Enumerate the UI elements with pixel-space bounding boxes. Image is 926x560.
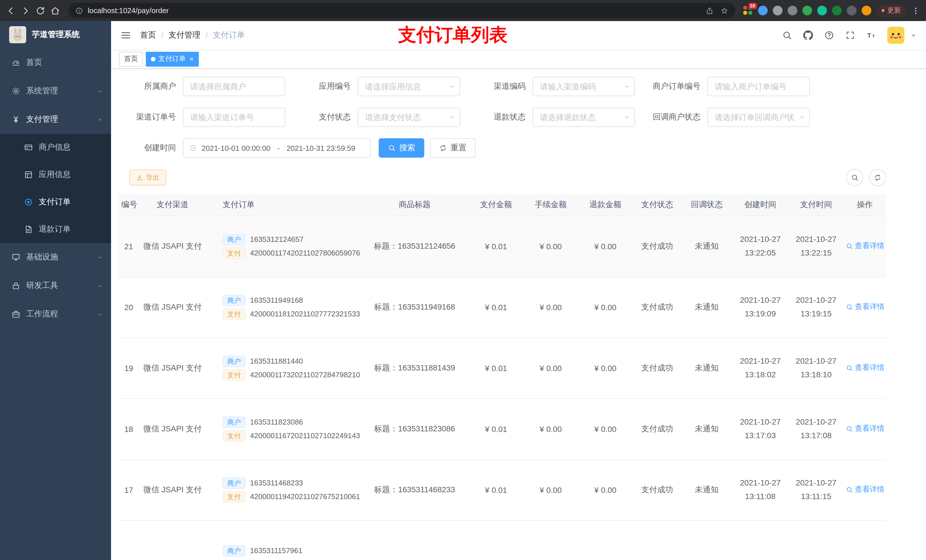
sidebar-item-基础设施[interactable]: 基础设施 [0, 243, 111, 272]
github-icon[interactable] [803, 30, 813, 41]
select-field[interactable] [358, 77, 460, 96]
product-title-cell: 标题：1635311949168 [360, 276, 469, 338]
bookmark-star-icon[interactable] [720, 6, 728, 15]
view-detail-link[interactable]: 查看详情 [846, 424, 884, 434]
pay-status-cell: 支付成功 [633, 398, 682, 459]
browser-menu-icon[interactable] [911, 6, 920, 15]
sidebar-item-应用信息[interactable]: 应用信息 [0, 161, 111, 189]
app-frame: 芋道管理系统 首页系统管理支付管理商户信息应用信息支付订单退款订单基础设施研发工… [0, 21, 926, 560]
input-field[interactable] [183, 77, 285, 96]
select-field[interactable] [707, 107, 810, 127]
fee-amount-cell: ¥ 0.00 [524, 216, 578, 276]
pay-order-no: 4200001181202110277723215336 [250, 309, 360, 318]
browser-forward-icon[interactable] [21, 5, 31, 16]
filter-label: 所属商户 [126, 82, 183, 92]
create-time-cell: 2021-10-2713:22:05 [732, 216, 789, 276]
pay-order-cell: 商户1635312124657支付42000011742021102780605… [207, 216, 360, 276]
gear-icon [11, 86, 21, 96]
view-detail-link[interactable]: 查看详情 [846, 363, 884, 373]
filter-select [358, 77, 460, 96]
fee-amount-cell: ¥ 0.00 [524, 459, 578, 520]
drop-extension-icon[interactable] [758, 6, 768, 15]
font-size-icon[interactable]: TT [866, 30, 876, 41]
sidebar-item-研发工具[interactable]: 研发工具 [0, 272, 111, 300]
book-extension-icon[interactable] [832, 6, 842, 15]
dots-grid-extension-icon[interactable]: 10 [743, 6, 753, 15]
breadcrumb-separator: / [206, 31, 208, 40]
reset-button[interactable]: 重置 [430, 138, 475, 158]
share-icon[interactable] [706, 6, 714, 15]
sidebar-toggle-icon[interactable] [120, 30, 132, 41]
user-menu-caret-icon[interactable] [910, 32, 917, 39]
view-detail-link[interactable]: 查看详情 [846, 485, 884, 495]
sidebar-item-支付管理[interactable]: 支付管理 [0, 105, 111, 134]
reset-refresh-icon [439, 144, 447, 152]
pay-time-cell: 2021-10-2713:19:15 [789, 276, 843, 338]
sidebar-item-label: 基础设施 [26, 252, 58, 263]
column-header: 商品标题 [360, 194, 469, 216]
pay-amount-cell: ¥ 0.01 [469, 398, 524, 459]
select-field[interactable] [533, 77, 635, 96]
close-tab-icon[interactable]: × [190, 56, 194, 62]
gray-extension-icon[interactable] [788, 6, 797, 15]
sidebar-item-系统管理[interactable]: 系统管理 [0, 77, 111, 105]
pay-status-cell: 支付成功 [633, 338, 682, 398]
browser-home-icon[interactable] [50, 5, 61, 16]
user-avatar[interactable] [887, 27, 904, 44]
tab-首页[interactable]: 首页 [119, 51, 143, 66]
filter-item-渠道订单号: 渠道订单号 [126, 107, 285, 127]
channel-cell [138, 520, 207, 560]
fee-amount-cell: ¥ 0.00 [524, 276, 578, 338]
browser-update-button[interactable]: 更新 [876, 4, 906, 17]
browser-reload-icon[interactable] [35, 5, 45, 16]
sidebar-item-支付订单[interactable]: 支付订单 [0, 189, 111, 216]
check-extension-icon[interactable] [817, 6, 827, 15]
pay-order-line: 支付4200001174202110278060590766 [223, 247, 358, 259]
face-extension-icon[interactable] [862, 6, 872, 15]
breadcrumb-item[interactable]: 支付管理 [169, 30, 200, 41]
pay-amount-cell: ¥ 0.01 [469, 216, 524, 276]
sidebar-item-首页[interactable]: 首页 [0, 48, 111, 77]
filter-item-退款状态: 退款状态 [475, 107, 635, 127]
notify-status-cell: 未通知 [682, 338, 732, 398]
header-search-icon[interactable] [782, 30, 792, 41]
select-field[interactable] [358, 107, 460, 127]
input-field[interactable] [707, 77, 810, 96]
breadcrumb-item[interactable]: 首页 [140, 30, 156, 41]
search-button[interactable]: 搜索 [379, 138, 424, 158]
view-detail-link[interactable]: 查看详情 [846, 302, 884, 312]
browser-toolbar: localhost:1024/pay/order 10 更新 [0, 0, 926, 21]
sidebar: 芋道管理系统 首页系统管理支付管理商户信息应用信息支付订单退款订单基础设施研发工… [0, 21, 111, 560]
merchant-tag: 商户 [223, 234, 245, 245]
refresh-table-button[interactable] [869, 169, 886, 186]
browser-back-icon[interactable] [6, 5, 16, 16]
input-field[interactable] [183, 107, 285, 127]
sidebar-item-工作流程[interactable]: 工作流程 [0, 300, 111, 328]
select-field[interactable] [533, 107, 635, 127]
merchant-order-no: 1635311157961 [250, 546, 303, 555]
puzzle-extension-icon[interactable] [847, 6, 856, 15]
site-info-icon[interactable] [75, 6, 83, 15]
fullscreen-icon[interactable] [845, 30, 855, 41]
merchant-order-no: 1635311823086 [250, 418, 303, 426]
dashboard-icon [11, 58, 21, 67]
green-extension-icon[interactable] [802, 6, 812, 15]
sidebar-item-商户信息[interactable]: 商户信息 [0, 134, 111, 161]
help-icon[interactable] [824, 30, 834, 41]
export-button[interactable]: 导出 [129, 170, 166, 186]
svg-text:T: T [872, 33, 875, 38]
sidebar-item-label: 退款订单 [39, 224, 71, 234]
sidebar-item-label: 工作流程 [26, 309, 58, 319]
sidebar-item-退款订单[interactable]: 退款订单 [0, 216, 111, 243]
filter-label: 回调商户状态 [651, 112, 707, 122]
dark-extension-icon[interactable] [773, 6, 782, 15]
url-bar[interactable]: localhost:1024/pay/order [68, 3, 735, 18]
date-end-value: 2021-10-31 23:59:59 [286, 144, 355, 152]
view-detail-link[interactable]: 查看详情 [846, 241, 884, 251]
tab-label: 支付订单 [158, 54, 186, 64]
toggle-search-button[interactable] [846, 169, 863, 186]
order-id-cell: 20 [119, 276, 138, 338]
pay-time-cell: 2021-10-2713:18:10 [789, 338, 843, 398]
tab-支付订单[interactable]: 支付订单× [146, 51, 199, 66]
date-range-picker[interactable]: 2021-10-01 00:00:00 - 2021-10-31 23:59:5… [183, 138, 371, 158]
